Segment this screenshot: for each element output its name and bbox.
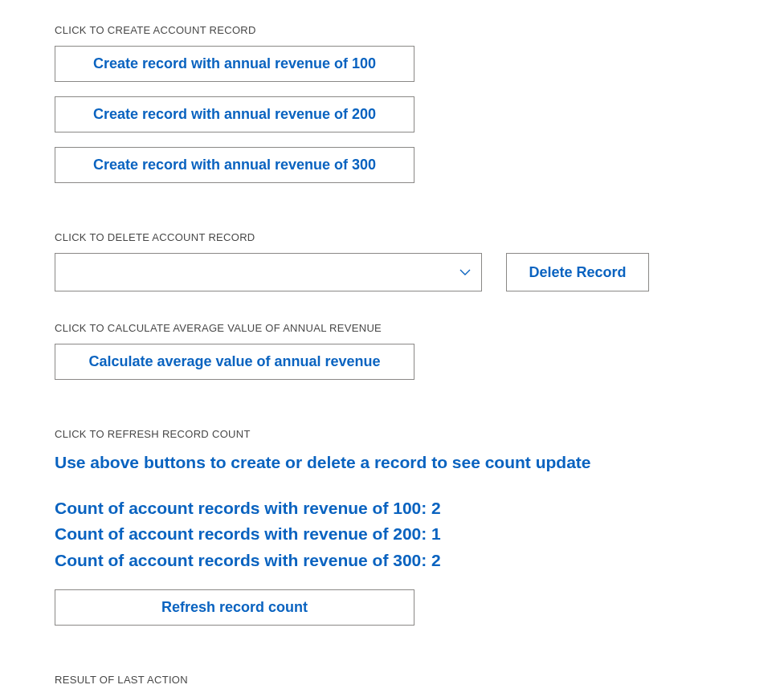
delete-section-label: CLICK TO DELETE ACCOUNT RECORD	[55, 231, 784, 243]
refresh-count-button[interactable]: Refresh record count	[55, 589, 414, 626]
delete-record-button[interactable]: Delete Record	[506, 253, 649, 291]
delete-select-wrap	[55, 253, 482, 291]
calculate-section-label: CLICK TO CALCULATE AVERAGE VALUE OF ANNU…	[55, 322, 784, 334]
result-section: RESULT OF LAST ACTION Record count refre…	[55, 674, 784, 697]
calculate-section: CLICK TO CALCULATE AVERAGE VALUE OF ANNU…	[55, 322, 784, 394]
calculate-average-button[interactable]: Calculate average value of annual revenu…	[55, 344, 414, 380]
refresh-info-text: Use above buttons to create or delete a …	[55, 450, 784, 476]
delete-section: CLICK TO DELETE ACCOUNT RECORD Delete Re…	[55, 231, 784, 291]
create-section-label: CLICK TO CREATE ACCOUNT RECORD	[55, 24, 784, 36]
count-100-text: Count of account records with revenue of…	[55, 495, 784, 522]
create-record-100-button[interactable]: Create record with annual revenue of 100	[55, 46, 414, 82]
count-300-text: Count of account records with revenue of…	[55, 548, 784, 574]
refresh-section: CLICK TO REFRESH RECORD COUNT Use above …	[55, 428, 784, 640]
create-record-300-button[interactable]: Create record with annual revenue of 300	[55, 147, 414, 183]
delete-record-select[interactable]	[55, 253, 482, 291]
create-section: CLICK TO CREATE ACCOUNT RECORD Create re…	[55, 24, 784, 198]
create-record-200-button[interactable]: Create record with annual revenue of 200	[55, 96, 414, 132]
count-200-text: Count of account records with revenue of…	[55, 521, 784, 548]
result-section-label: RESULT OF LAST ACTION	[55, 674, 784, 686]
refresh-section-label: CLICK TO REFRESH RECORD COUNT	[55, 428, 784, 440]
